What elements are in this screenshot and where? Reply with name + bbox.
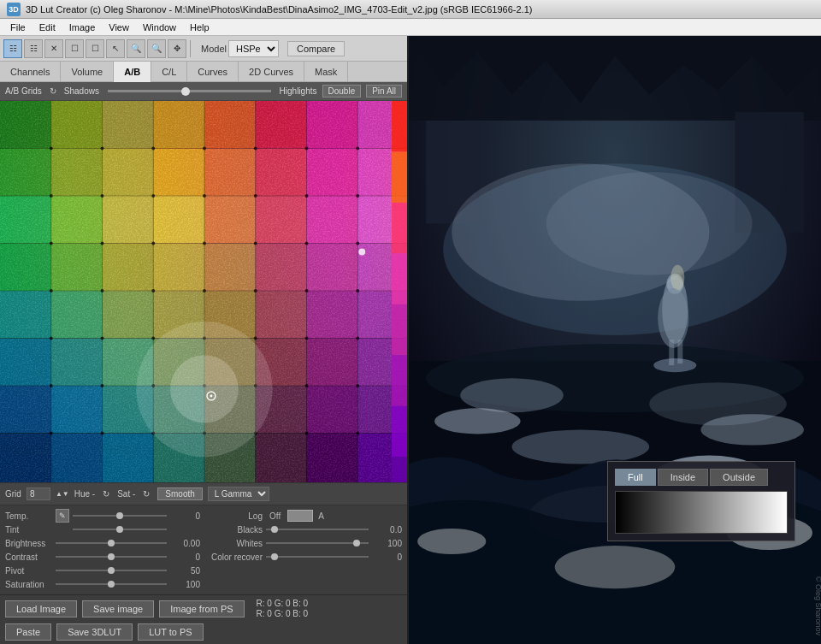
buttons-row: Load Image Save image Image from PS R: 0…	[0, 594, 407, 622]
shadows-slider-track[interactable]	[108, 90, 271, 92]
gamma-select[interactable]: L Gamma	[208, 487, 269, 501]
svg-point-115	[305, 337, 309, 340]
menu-help[interactable]: Help	[183, 21, 216, 34]
log-a-btn[interactable]: A	[318, 511, 324, 521]
move-btn[interactable]: ✥	[168, 39, 186, 58]
svg-point-157	[700, 414, 804, 445]
rgb-line1: R: 0 G: 0 B: 0	[257, 599, 309, 608]
smooth-button[interactable]: Smooth	[157, 487, 202, 500]
color-grid[interactable]	[0, 101, 407, 482]
log-color-box[interactable]	[287, 510, 313, 522]
model-label: Model	[201, 44, 227, 54]
image-from-ps-button[interactable]: Image from PS	[159, 600, 244, 617]
brightness-thumb[interactable]	[108, 540, 115, 547]
temp-picker-icon[interactable]: ✎	[56, 509, 69, 523]
svg-point-110	[50, 337, 53, 340]
temp-slider[interactable]	[73, 515, 167, 517]
temp-row: Temp. ✎ 0	[5, 509, 200, 523]
tab-volume[interactable]: Volume	[61, 62, 114, 82]
svg-point-129	[305, 432, 309, 435]
blacks-row: Blacks 0.0	[207, 523, 402, 536]
photo-display: Full Inside Outside © Oleg Sharonov	[409, 36, 821, 644]
svg-point-87	[305, 147, 309, 151]
tab-cl[interactable]: C/L	[151, 62, 187, 82]
refresh-icon[interactable]: ↻	[47, 86, 59, 97]
watermark: © Oleg Sharonov	[814, 576, 821, 635]
contrast-slider[interactable]	[56, 556, 167, 558]
color-recover-label: Color recover	[207, 552, 263, 562]
double-button[interactable]: Double	[322, 85, 362, 97]
svg-point-105	[151, 289, 155, 292]
grid-btn[interactable]: ☷	[3, 39, 22, 58]
grid-label: Grid	[5, 489, 21, 499]
lut-to-ps-button[interactable]: LUT to PS	[138, 623, 204, 641]
svg-point-111	[101, 337, 104, 340]
tab-curves[interactable]: Curves	[187, 62, 239, 82]
grid2-btn[interactable]: ☷	[24, 39, 43, 58]
blacks-thumb[interactable]	[271, 526, 278, 533]
rgb-display: R: 0 G: 0 B: 0 R: 0 G: 0 B: 0	[257, 599, 309, 618]
menu-image[interactable]: Image	[62, 21, 103, 34]
svg-point-92	[203, 194, 206, 198]
saturation-slider[interactable]	[56, 583, 167, 585]
title-bar: 3D 3D Lut Creator (c) Oleg Sharonov - M:…	[0, 0, 821, 19]
tab-2dcurves[interactable]: 2D Curves	[239, 62, 304, 82]
temp-label: Temp.	[5, 511, 52, 521]
square2-btn[interactable]: ☐	[86, 39, 104, 58]
app-title: 3D Lut Creator (c) Oleg Sharonov - M:\Mi…	[26, 4, 532, 15]
model-select[interactable]: HSPe	[228, 40, 279, 57]
blacks-slider[interactable]	[266, 529, 369, 530]
menu-edit[interactable]: Edit	[32, 21, 62, 34]
tab-channels[interactable]: Channels	[0, 62, 61, 82]
saturation-thumb[interactable]	[108, 581, 115, 588]
svg-point-95	[356, 194, 359, 198]
shadows-slider-thumb[interactable]	[181, 87, 190, 96]
tab-mask[interactable]: Mask	[304, 62, 348, 82]
brightness-slider[interactable]	[56, 542, 167, 544]
sat-refresh-icon[interactable]: ↻	[140, 488, 152, 500]
compare-button[interactable]: Compare	[287, 41, 345, 56]
pin-all-button[interactable]: Pin All	[366, 85, 402, 97]
menu-window[interactable]: Window	[136, 21, 183, 34]
whites-slider[interactable]	[266, 542, 369, 544]
grid-number-input[interactable]	[27, 487, 50, 500]
tint-thumb[interactable]	[116, 526, 123, 533]
temp-thumb[interactable]	[116, 512, 123, 519]
pivot-slider[interactable]	[56, 570, 167, 571]
tab-ab[interactable]: A/B	[114, 62, 151, 82]
menu-file[interactable]: File	[3, 21, 32, 34]
svg-point-85	[203, 147, 206, 151]
ab-grids-label: A/B Grids	[5, 86, 42, 96]
save-image-button[interactable]: Save image	[82, 600, 154, 617]
color-recover-slider[interactable]	[266, 556, 369, 558]
grid-dropdown-icon[interactable]: ▲▼	[56, 490, 69, 498]
menu-view[interactable]: View	[102, 21, 136, 34]
paste-button[interactable]: Paste	[5, 623, 51, 641]
svg-point-106	[203, 289, 206, 292]
popup-tab-inside[interactable]: Inside	[658, 469, 708, 486]
zoom-out-btn[interactable]: 🔍	[147, 39, 166, 58]
pivot-label: Pivot	[5, 566, 52, 576]
pivot-value: 50	[170, 566, 200, 576]
cross-btn[interactable]: ✕	[44, 39, 63, 58]
svg-point-114	[254, 337, 257, 340]
popup-tab-outside[interactable]: Outside	[710, 469, 768, 486]
pivot-thumb[interactable]	[108, 567, 115, 574]
whites-thumb[interactable]	[353, 540, 360, 547]
zoom-in-btn[interactable]: 🔍	[127, 39, 145, 58]
svg-rect-141	[392, 406, 407, 457]
svg-rect-135	[392, 101, 407, 151]
tint-slider[interactable]	[73, 529, 167, 530]
temp-value: 0	[170, 511, 200, 521]
brightness-row: Brightness 0.00	[5, 536, 200, 550]
save-3dlut-button[interactable]: Save 3DLUT	[56, 623, 133, 641]
cursor-btn[interactable]: ↖	[106, 39, 125, 58]
svg-point-143	[358, 248, 365, 255]
contrast-thumb[interactable]	[108, 553, 115, 560]
popup-tab-full[interactable]: Full	[615, 469, 656, 486]
color-recover-thumb[interactable]	[271, 553, 278, 560]
load-image-button[interactable]: Load Image	[5, 600, 77, 617]
svg-point-104	[101, 289, 104, 292]
square-btn[interactable]: ☐	[65, 39, 84, 58]
hue-refresh-icon[interactable]: ↻	[100, 488, 112, 500]
